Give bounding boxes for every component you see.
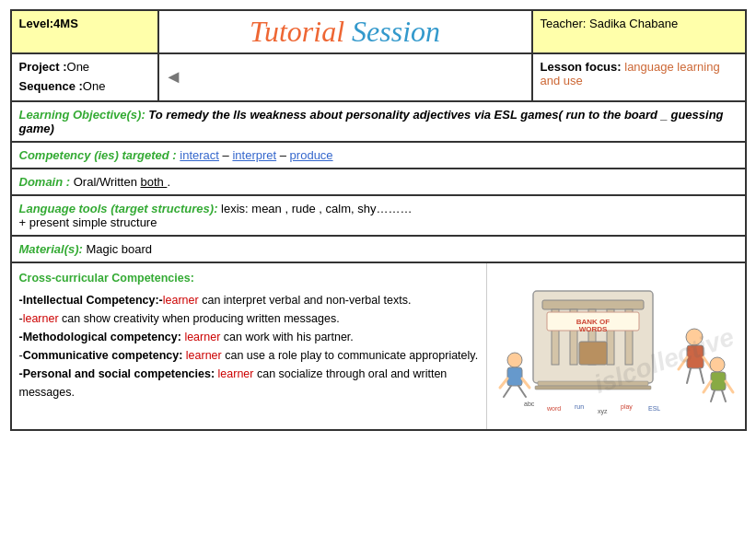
svg-point-25: [710, 357, 725, 372]
svg-line-16: [522, 378, 529, 388]
svg-rect-26: [711, 372, 726, 390]
level-cell: Level:4MS: [12, 11, 159, 52]
svg-rect-1: [542, 300, 644, 309]
cross-item-2: -learner can show creativity when produc…: [19, 309, 479, 328]
svg-rect-14: [507, 367, 522, 386]
cross-item2-learner: learner: [23, 312, 59, 325]
arrow-cell: ◄: [159, 54, 533, 100]
cross-item1-rest: can interpret verbal and non-verbal text…: [199, 294, 412, 307]
cross-label: Cross-curricular Competencies:: [19, 269, 479, 287]
svg-text:word: word: [546, 405, 561, 412]
cross-item4-rest: can use a role play to communicate appro…: [222, 349, 478, 362]
teacher-name: Sadika Chabane: [589, 17, 678, 30]
cross-item3-rest: can work with his partner.: [220, 331, 354, 343]
domain-period: .: [167, 175, 170, 189]
competency-interact[interactable]: interact: [180, 148, 219, 162]
competency-produce[interactable]: produce: [290, 148, 333, 162]
cross-row: Cross-curricular Competencies: -Intellec…: [12, 263, 745, 429]
lesson-plan: Level:4MS Tutorial Session Teacher: Sadi…: [10, 9, 747, 431]
cross-item1-learner: learner: [163, 294, 199, 307]
cross-item5-learner: learner: [218, 367, 254, 380]
cross-item4-bold: Communicative competency:: [23, 349, 186, 362]
cross-item-1: -Intellectual Competency:-learner can in…: [19, 291, 479, 309]
svg-rect-20: [687, 345, 704, 368]
svg-rect-12: [535, 386, 651, 390]
project-value: One: [67, 60, 90, 74]
cross-item-3: -Methodological competency: learner can …: [19, 328, 479, 346]
sequence-label: Sequence :: [19, 79, 83, 93]
domain-label: Domain :: [19, 175, 71, 189]
svg-line-21: [679, 357, 687, 369]
materials-label: Material(s):: [19, 242, 83, 256]
level-label: Level:: [19, 17, 54, 30]
competency-dash1: –: [223, 148, 233, 162]
project-cell: Project :One Sequence :One: [12, 54, 159, 100]
svg-line-18: [518, 386, 526, 397]
cross-image-cell: BANK OF WORDS: [487, 263, 745, 429]
svg-line-29: [711, 390, 715, 401]
svg-text:xyz: xyz: [598, 408, 608, 415]
title-text: Tutorial Session: [250, 15, 440, 49]
title-cell: Tutorial Session: [159, 11, 533, 52]
header-row: Level:4MS Tutorial Session Teacher: Sadi…: [12, 11, 745, 54]
cross-item3-bold: -Methodological competency:: [19, 331, 185, 343]
svg-line-17: [504, 386, 511, 397]
objectives-row: Learning Objective(s): To remedy the lls…: [12, 102, 745, 143]
svg-text:WORDS: WORDS: [578, 325, 607, 333]
svg-line-28: [726, 381, 733, 392]
cross-item-4: -Communicative competency: learner can u…: [19, 346, 479, 365]
language-text: lexis: mean , rude , calm, shy………: [217, 202, 412, 215]
project-row: Project :One Sequence :One ◄ Lesson focu…: [12, 54, 745, 102]
svg-line-27: [704, 381, 711, 392]
title-tutorial: Tutorial: [250, 15, 344, 48]
arrow-icon: ◄: [165, 66, 183, 87]
svg-point-13: [507, 353, 522, 367]
sequence-value: One: [83, 79, 106, 93]
cross-text-cell: Cross-curricular Competencies: -Intellec…: [12, 263, 487, 429]
materials-row: Material(s): Magic board: [12, 237, 745, 263]
cross-item-5: -Personal and social competencies: learn…: [19, 365, 479, 401]
bank-of-words-illustration: BANK OF WORDS: [496, 273, 736, 420]
cross-item4-learner: learner: [186, 349, 222, 362]
language-label: Language tools (target structures):: [19, 202, 218, 215]
svg-text:ESL: ESL: [648, 405, 660, 412]
project-label: Project :: [19, 60, 67, 74]
lesson-label: Lesson focus:: [541, 60, 622, 74]
objectives-label: Learning Objective(s):: [19, 108, 145, 122]
level-value: 4MS: [53, 17, 78, 30]
svg-line-30: [722, 390, 726, 401]
svg-rect-7: [579, 342, 607, 365]
svg-line-23: [687, 368, 691, 383]
svg-text:play: play: [621, 403, 633, 411]
language-row: Language tools (target structures): lexi…: [12, 196, 745, 237]
title-session: Session: [344, 15, 440, 48]
teacher-cell: Teacher: Sadika Chabane: [533, 11, 745, 52]
svg-line-15: [500, 378, 507, 388]
cross-item1-bold: -Intellectual Competency:-: [19, 294, 163, 307]
cross-item2-rest: can show creativity when producing writt…: [59, 312, 340, 325]
competency-dash2: –: [280, 148, 290, 162]
teacher-label: Teacher:: [541, 17, 587, 30]
competency-interpret[interactable]: interpret: [232, 148, 276, 162]
language-line2: + present simple structure: [19, 215, 157, 229]
svg-text:abc: abc: [524, 401, 535, 407]
cross-item3-learner: learner: [184, 331, 220, 343]
domain-both: both: [140, 175, 167, 189]
competency-label: Competency (ies) targeted :: [19, 148, 177, 162]
lesson-cell: Lesson focus: language learning and use: [533, 54, 745, 100]
cross-item5-bold: -Personal and social competencies:: [19, 367, 218, 380]
svg-text:run: run: [575, 403, 584, 410]
competency-row: Competency (ies) targeted : interact – i…: [12, 143, 745, 169]
domain-text: Oral/Written: [74, 175, 137, 189]
materials-value: Magic board: [83, 242, 152, 256]
svg-rect-11: [538, 381, 648, 386]
domain-row: Domain : Oral/Written both .: [12, 169, 745, 196]
svg-line-24: [700, 368, 704, 383]
svg-point-19: [686, 329, 703, 345]
